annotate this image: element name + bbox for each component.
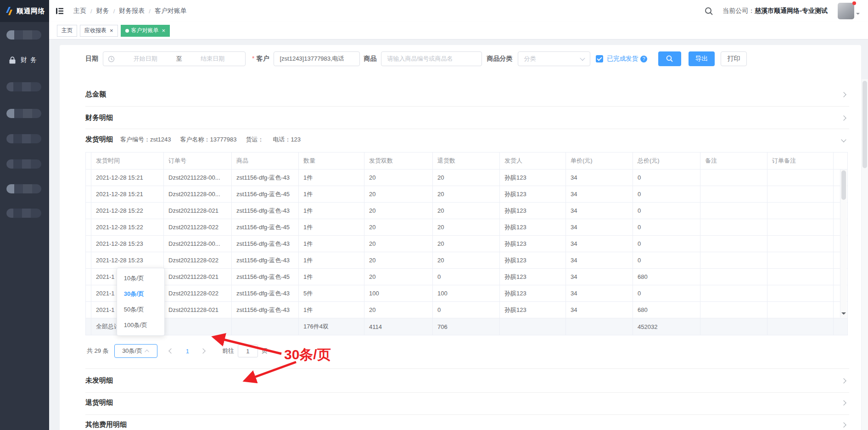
section-other-fee-detail[interactable]: 其他费用明细 <box>85 415 849 430</box>
category-select[interactable]: 分类 <box>518 51 590 66</box>
table-cell: 2021-12-28 15:23 <box>91 236 164 252</box>
table-cell: Dzst20211228-00... <box>164 236 232 252</box>
table-cell: 0 <box>633 219 700 236</box>
page-content: 日期 开始日期 至 结束日期 客户 [zst1243]13777983,电话 商… <box>49 40 868 430</box>
scrollbar-thumb[interactable] <box>862 81 867 168</box>
table-cell: 20 <box>364 203 433 219</box>
table-cell: 0 <box>633 186 700 203</box>
date-start-placeholder[interactable]: 开始日期 <box>118 55 174 63</box>
avatar[interactable] <box>838 3 854 19</box>
goto-page-input[interactable] <box>238 345 258 357</box>
page-size-select[interactable]: 30条/页 10条/页30条/页50条/页100条/页 <box>114 344 157 358</box>
customer-input[interactable]: [zst1243]13777983,电话 <box>274 51 360 66</box>
column-header: 发货双数 <box>364 153 433 170</box>
notification-dot <box>852 1 856 5</box>
view-tab[interactable]: 应收报表 × <box>80 25 118 37</box>
brand-logo-icon <box>4 6 14 16</box>
table-cell <box>700 236 767 252</box>
prev-page-button[interactable] <box>169 349 173 353</box>
page-size-option[interactable]: 100条/页 <box>117 317 164 333</box>
table-cell <box>767 219 834 236</box>
page-unit-label: 页 <box>262 347 268 355</box>
search-button[interactable] <box>658 51 681 66</box>
print-button[interactable]: 打印 <box>721 51 747 66</box>
page-size-option[interactable]: 50条/页 <box>117 302 164 317</box>
company-label: 当前公司： <box>722 7 755 14</box>
brand-logo[interactable]: 顺通网络 <box>0 0 49 22</box>
table-cell <box>500 318 566 335</box>
checkbox-checked-icon[interactable] <box>596 55 603 62</box>
table-cell: 680 <box>633 269 700 285</box>
table-cell: 2021-12-28 15:23 <box>91 252 164 269</box>
table-cell <box>700 285 767 302</box>
table-cell: 100 <box>433 285 500 302</box>
category-placeholder: 分类 <box>524 55 536 63</box>
table-scrollbar[interactable] <box>840 170 847 317</box>
table-cell: 1件 <box>299 302 364 318</box>
section-title: 其他费用明细 <box>85 420 127 429</box>
column-header: 发货时间 <box>91 153 164 170</box>
customer-value: [zst1243]13777983,电话 <box>280 55 344 63</box>
table-cell: Dzst20211228-021 <box>164 302 232 318</box>
table-cell: 20 <box>433 203 500 219</box>
table-cell <box>86 318 91 335</box>
view-tab[interactable]: 主页 <box>57 25 77 37</box>
date-end-placeholder[interactable]: 结束日期 <box>185 55 241 63</box>
export-button[interactable]: 导出 <box>689 51 715 66</box>
table-cell: Dzst20211228-00... <box>164 170 232 186</box>
page-size-option[interactable]: 30条/页 <box>117 286 164 302</box>
table-row: 2021-12-28 15:22Dzst20211228-022zst1156-… <box>86 219 848 236</box>
sidebar-item-blurred[interactable] <box>6 82 41 91</box>
main-area: 主页财务财务报表客户对账单 当前公司：慈溪市顺通网络-专业测试 <box>49 0 868 430</box>
shipped-checkbox-label[interactable]: 已完成发货 <box>607 55 638 63</box>
sidebar-item-blurred[interactable] <box>6 134 41 143</box>
table-row: 2021-12-28 15:21Dzst20211228-00...zst115… <box>86 170 848 186</box>
search-icon[interactable] <box>705 7 713 16</box>
table-cell <box>700 252 767 269</box>
user-menu[interactable] <box>838 3 860 19</box>
sidebar-toggle-icon[interactable] <box>55 6 64 16</box>
view-tab[interactable]: 客户对账单 × <box>121 25 170 37</box>
column-header <box>834 153 848 170</box>
sidebar-item-blurred[interactable] <box>6 159 41 169</box>
table-cell <box>700 302 767 318</box>
sidebar-item-finance[interactable]: 财务 <box>9 56 40 64</box>
sidebar-item-blurred[interactable] <box>6 109 41 118</box>
close-icon[interactable]: × <box>162 28 166 34</box>
sidebar-item-blurred[interactable] <box>6 184 41 193</box>
page-scrollbar[interactable] <box>862 79 868 430</box>
scroll-down-arrow-icon[interactable] <box>841 312 846 317</box>
table-cell: Dzst20211228-022 <box>164 285 232 302</box>
question-icon[interactable]: ? <box>640 56 647 62</box>
shipped-checkbox-group[interactable]: 已完成发货 ? <box>596 55 647 63</box>
table-row: 2021-1Dzst20211228-022zst1156-dfg-蓝色-435… <box>86 285 848 302</box>
section-finance-detail[interactable]: 财务明细 <box>85 107 849 129</box>
column-header: 单价(元) <box>566 153 633 170</box>
breadcrumb-item[interactable]: 财务 <box>86 7 109 15</box>
current-page[interactable]: 1 <box>186 348 189 355</box>
table-cell: 34 <box>566 186 633 203</box>
category-label: 商品分类 <box>487 55 512 63</box>
next-page-button[interactable] <box>201 349 205 353</box>
chevron-left-icon <box>168 348 174 353</box>
scrollbar-thumb[interactable] <box>841 170 846 200</box>
shipping-detail-header[interactable]: 发货明细 客户编号：zst1243客户名称：13777983货运：电话：123 <box>85 129 849 144</box>
page-size-option[interactable]: 10条/页 <box>117 271 164 286</box>
section-unshipped-detail[interactable]: 未发明细 <box>85 369 849 393</box>
product-input[interactable]: 请输入商品编号或商品名 <box>381 51 482 66</box>
shipping-table: 发货时间订单号商品数量发货双数退货数发货人单价(元)总价(元)备注订单备注202… <box>85 152 848 335</box>
breadcrumb-item[interactable]: 财务报表 <box>109 7 145 15</box>
table-cell: 0 <box>433 269 500 285</box>
section-return-detail[interactable]: 退货明细 <box>85 393 849 415</box>
sidebar-item-blurred[interactable] <box>6 30 41 40</box>
section-total-amount[interactable]: 总金额 <box>85 66 849 107</box>
sidebar-item-blurred[interactable] <box>6 209 41 218</box>
clock-icon <box>108 56 115 62</box>
chevron-right-icon <box>841 378 846 383</box>
date-range-input[interactable]: 开始日期 至 结束日期 <box>103 51 246 66</box>
view-tab-label: 客户对账单 <box>131 27 159 34</box>
company-name: 慈溪市顺通网络-专业测试 <box>755 7 828 14</box>
breadcrumb-item[interactable]: 客户对账单 <box>145 7 187 15</box>
close-icon[interactable]: × <box>110 28 113 34</box>
breadcrumb-item[interactable]: 主页 <box>73 7 86 15</box>
